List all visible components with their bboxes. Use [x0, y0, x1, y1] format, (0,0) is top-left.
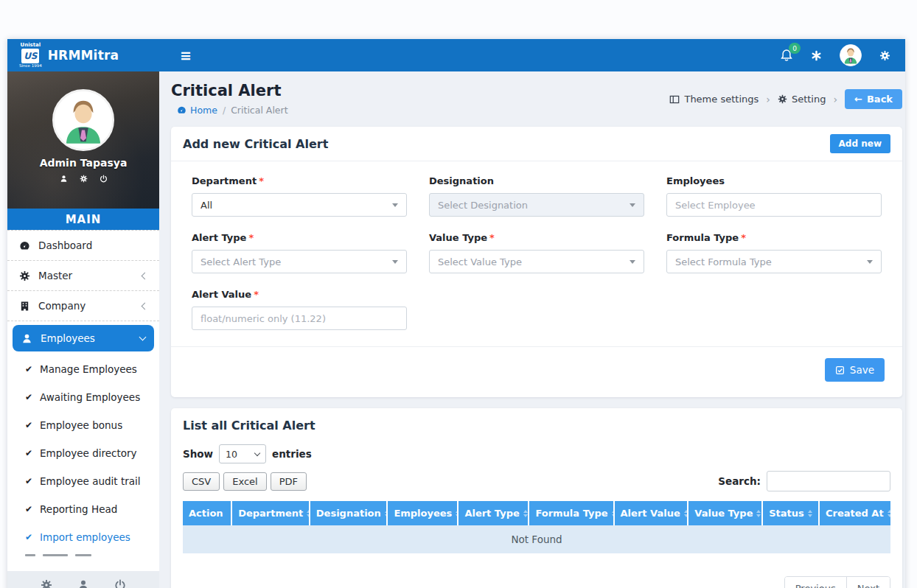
brand-name: HRMMitra — [48, 48, 119, 63]
check-icon: ✔ — [25, 504, 32, 514]
designation-select[interactable]: Select Designation — [429, 193, 644, 217]
sidebar-item-dashboard[interactable]: Dashboard — [7, 231, 159, 261]
value-type-select[interactable]: Select Value Type — [429, 250, 644, 273]
sidebar-subitem-manage-employees[interactable]: ✔ Manage Employees — [7, 355, 159, 383]
employees-input[interactable] — [666, 193, 882, 217]
export-pdf-button[interactable]: PDF — [271, 472, 307, 491]
panel-icon — [669, 94, 680, 105]
table-header-row: Action Department Designation Employees … — [183, 501, 890, 525]
profile-user-icon[interactable] — [60, 175, 68, 183]
user-avatar[interactable] — [840, 44, 862, 66]
column-header-designation[interactable]: Designation — [310, 501, 388, 525]
department-select[interactable]: All — [192, 193, 407, 217]
entries-label: entries — [272, 448, 312, 460]
sidebar-item-employees[interactable]: Employees — [13, 325, 154, 351]
footer-power-icon[interactable] — [114, 579, 126, 588]
critical-alert-table: Action Department Designation Employees … — [183, 501, 890, 553]
profile-gear-icon[interactable] — [80, 175, 88, 183]
select-arrow-icon — [630, 203, 635, 207]
sidebar-subitem-employee-bonus[interactable]: ✔ Employee bonus — [7, 411, 159, 439]
next-page-button[interactable]: Next — [846, 577, 890, 588]
column-header-value-type[interactable]: Value Type — [688, 501, 763, 525]
select-arrow-icon — [630, 260, 635, 264]
column-header-alert-value[interactable]: Alert Value — [615, 501, 689, 525]
sidebar-item-company[interactable]: Company — [7, 291, 159, 321]
setting-link[interactable]: Setting — [778, 94, 826, 105]
alert-type-field: Alert Type* Select Alert Type — [192, 232, 407, 273]
sidebar-subitem-employee-audit-trail[interactable]: ✔ Employee audit trail — [7, 467, 159, 495]
export-excel-button[interactable]: Excel — [223, 472, 266, 491]
check-icon: ✔ — [25, 532, 32, 542]
previous-page-button[interactable]: Previous — [785, 577, 846, 588]
breadcrumb-home-link[interactable]: Home — [177, 105, 217, 116]
chevron-down-icon — [139, 334, 147, 341]
save-button[interactable]: Save — [825, 358, 885, 382]
export-csv-button[interactable]: CSV — [183, 472, 220, 491]
column-header-department[interactable]: Department — [232, 501, 310, 525]
sidebar-item-label: Company — [38, 300, 86, 312]
alert-value-input[interactable] — [192, 307, 407, 330]
partially-visible-menu-item[interactable] — [7, 551, 159, 561]
footer-user-icon[interactable] — [77, 579, 89, 588]
list-critical-alert-card: List all Critical Alert Show 10 entries … — [171, 408, 902, 588]
sidebar-subitem-import-employees[interactable]: ✔ Import employees — [7, 523, 159, 551]
page-size-select[interactable]: 10 — [219, 444, 266, 463]
sidebar-footer — [7, 571, 159, 588]
value-type-field: Value Type* Select Value Type — [429, 232, 644, 273]
sidebar-item-master[interactable]: Master — [7, 261, 159, 291]
theme-settings-link[interactable]: Theme settings — [669, 94, 759, 105]
profile-avatar[interactable] — [52, 89, 114, 151]
home-gauge-icon — [177, 105, 186, 115]
column-header-action[interactable]: Action — [183, 501, 232, 525]
gear-icon — [778, 94, 787, 104]
add-new-button[interactable]: Add new — [830, 134, 890, 153]
building-icon — [19, 301, 30, 312]
column-header-created-at[interactable]: Created At — [820, 501, 890, 525]
hamburger-menu-icon[interactable]: ≡ — [180, 49, 192, 63]
sidebar-menu: Dashboard Master Company Employee — [7, 230, 159, 571]
formula-type-select[interactable]: Select Formula Type — [666, 250, 882, 273]
department-label: Department — [192, 175, 257, 186]
search-input[interactable] — [767, 471, 890, 491]
page-head-right: Theme settings › Setting › ← Back — [669, 89, 902, 109]
column-header-status[interactable]: Status — [763, 501, 820, 525]
table-tools-row: CSV Excel PDF Search: — [183, 471, 890, 491]
sidebar-subitem-label: Import employees — [40, 531, 130, 543]
sidebar-subitem-label: Reporting Head — [40, 503, 117, 515]
column-header-alert-type[interactable]: Alert Type — [458, 501, 529, 525]
navbar-actions: 0 — [780, 44, 905, 66]
value-type-label: Value Type — [429, 232, 487, 243]
chevron-down-icon — [254, 450, 260, 456]
gear-icon — [19, 270, 30, 281]
column-header-formula-type[interactable]: Formula Type — [529, 501, 614, 525]
notification-count-badge: 0 — [789, 43, 801, 54]
quick-settings-asterisk-icon[interactable] — [811, 50, 822, 61]
footer-gear-icon[interactable] — [41, 579, 52, 588]
add-critical-alert-card: Add new Critical Alert Add new Departmen… — [171, 127, 902, 397]
required-mark: * — [489, 232, 495, 243]
page-title: Critical Alert — [171, 82, 288, 99]
logo-top-text: Unistal — [20, 43, 41, 48]
sidebar-subitem-reporting-head[interactable]: ✔ Reporting Head — [7, 495, 159, 523]
sidebar-subitem-employee-directory[interactable]: ✔ Employee directory — [7, 439, 159, 467]
notifications-bell-icon[interactable]: 0 — [780, 49, 793, 62]
brand-logo[interactable]: Unistal US Since 1994 HRMMitra — [7, 43, 159, 69]
employees-field: Employees — [666, 175, 882, 217]
sort-icon — [808, 510, 812, 517]
alert-type-select[interactable]: Select Alert Type — [192, 250, 407, 273]
sidebar-subitem-label: Employee bonus — [40, 419, 122, 431]
settings-gear-icon[interactable] — [879, 50, 890, 61]
chevron-separator: › — [833, 94, 837, 105]
sidebar-item-label: Employees — [41, 332, 95, 344]
sidebar-item-label: Master — [38, 270, 72, 281]
sidebar-subitem-awaiting-employees[interactable]: ✔ Awaiting Employees — [7, 383, 159, 411]
list-card-title: List all Critical Alert — [183, 419, 890, 433]
main-content: Critical Alert Home / Critical Alert — [159, 71, 905, 588]
profile-power-icon[interactable] — [100, 175, 108, 183]
page-size-value: 10 — [226, 449, 237, 460]
designation-placeholder: Select Designation — [438, 200, 528, 211]
sidebar-item-label: Dashboard — [38, 239, 92, 251]
formula-type-label: Formula Type — [666, 232, 739, 243]
column-header-employees[interactable]: Employees — [388, 501, 458, 525]
back-button[interactable]: ← Back — [845, 89, 902, 109]
